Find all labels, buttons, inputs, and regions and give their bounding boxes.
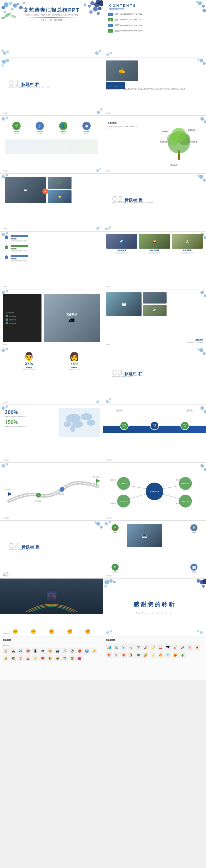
svg-point-141 [109,521,111,523]
svg-rect-103 [8,492,8,500]
s12-label: 02 标题二 [106,344,112,345]
resource-icon: 💰 [3,655,9,661]
slide-20: 💻 📦 观测标题 💡 观测标题 🔍 观测标题 📊 观测标题 [103,521,206,578]
svg-point-1 [1,6,5,9]
svg-point-36 [109,52,112,54]
slide-19: 0 4 标题栏 栏 you can add anything you want … [0,521,103,578]
s13-label: 03 标题三 [3,402,9,403]
feat-icon-4: 📊 观测标题 [185,564,203,573]
svg-point-139 [6,571,8,574]
svg-point-7 [19,6,23,9]
resource-panel-2: 图标素材2 🏄 🚴 ⛷️ 🤸 🏋️ 🎻 🎺 🥁 🎹 🎸 🎤 🌸 🌻 🍄 🐘 🦊 … [103,636,206,680]
resource-icon: ✈️ [17,648,24,654]
s20-label: 04 标题四 [106,575,112,577]
svg-point-98 [70,425,75,432]
circles-diagram: SUBTITLE SUBTITLE SUBTITLE SUBTITLE SUBT… [109,469,200,514]
thankyou-subtext: Thank you for the attention [125,612,184,614]
svg-point-30 [203,9,206,12]
resource-icon: 🤸 [128,644,134,651]
timeline-item-3: 观测标题 在此输入您的文字内容在此输入 [5,255,98,261]
resource-icon: 🎸 [172,644,178,651]
svg-point-29 [196,1,198,3]
step-3: Step03 观测标题 [180,421,189,432]
world-map [58,408,100,437]
s16-label: 03 标题三 [106,459,112,461]
roadmap-diagram: ✓ ✓ 观测标题 观测标题 观测标题 观测标题 [3,469,100,510]
svg-point-86 [199,348,203,352]
svg-point-70 [199,175,203,179]
resource-icon: 🦊 [120,652,127,658]
svg-point-90 [109,398,111,400]
svg-text:SUBTITLE: SUBTITLE [181,483,190,485]
svg-point-101 [1,464,5,468]
s12-flowers [188,289,206,303]
svg-point-6 [3,11,6,13]
svg-point-19 [89,10,93,14]
svg-marker-110 [97,479,100,483]
svg-point-44 [197,58,200,61]
s7-flowers-br [86,224,101,230]
s15-label: 03 标题三 [3,459,9,461]
feat-icon-3: 🔍 观测标题 [106,564,124,573]
svg-point-81 [200,290,204,294]
resource-icon: 🎨 [47,648,53,654]
svg-point-25 [95,51,99,55]
resource-icon: 🥁 [157,644,164,651]
s11-label: 02 标题二 [3,344,9,345]
resource-icon: 🏄 [106,644,112,651]
svg-point-143 [109,579,113,583]
svg-point-85 [96,400,99,403]
svg-point-88 [197,348,200,350]
slide-21: 🌆 ✊ ✊ ✊ ✊ ✊ 04 标题四 [0,578,103,636]
resource-icon: 🐘 [113,652,120,658]
svg-text:观测标题: 观测标题 [176,502,182,504]
svg-point-136 [100,526,103,529]
resource-icon: ⛷️ [120,644,127,651]
svg-point-135 [96,522,100,526]
slide-14: 0 3 标题栏 栏 you can add anything you want … [103,347,206,405]
svg-point-28 [202,5,205,8]
contents-heading: CONTENTS [109,4,136,7]
resource-icon: 🎯 [25,648,31,654]
svg-point-71 [203,179,206,182]
feat-icon-1: 📦 观测标题 [106,524,124,533]
svg-point-37 [2,60,6,64]
svg-point-78 [204,236,206,239]
svg-point-42 [200,59,203,62]
svg-point-82 [204,294,206,297]
s10-label: 02 标题二 [106,286,112,287]
resource-icon: 🚗 [10,648,17,654]
svg-text:观测标题: 观测标题 [188,129,195,131]
svg-point-45 [1,117,5,121]
svg-point-72 [197,174,200,177]
thankyou-text: 感谢您的聆听 [125,600,184,609]
resource-icon: 💎 [164,652,171,658]
slide-8: 0 2 标题栏 栏 you can add anything you want … [103,174,206,231]
svg-point-100 [204,410,206,413]
resource-icon: 💻 [40,648,46,654]
svg-point-94 [81,413,93,420]
svg-text:观测标题: 观测标题 [110,479,116,481]
s3-desc: you can add anything you want to telling… [9,86,50,88]
svg-point-55 [172,128,186,143]
svg-point-3 [13,3,17,8]
svg-point-32 [110,9,111,10]
resource-icon: 🌻 [194,644,200,651]
slide-9: 观测标题 在此输入您的文字内容在此输入 观测标题 在此输入您的文字内容在此输入 [0,231,103,289]
svg-point-50 [204,120,206,123]
svg-point-137 [94,521,97,524]
resource-icon: 🎪 [25,655,31,661]
person-2: 👩 XX% 观测标题 在此输入您的文字内容 [68,352,80,370]
city-arch [22,596,81,614]
s3-label: 01 标题一 [3,113,9,114]
content-item-2: 02 标题二 ADD DIRECTORY AND TITLE [108,18,201,22]
s6-label: 01 标题一 [106,170,112,172]
resource-title-1: 图标素材 [3,639,100,643]
svg-point-87 [203,352,206,355]
s5-flowers-br [86,166,101,172]
s3-flowers-br [82,104,103,115]
s18-label: 03 标题三 [106,517,112,519]
svg-point-144 [104,585,107,588]
resource-icon: 🐧 [128,652,134,658]
slide-10: 🌊 单生活标题 在此输入您的文字内容 🌄 单生活标题 在此输入您的文字内容 🏞 … [103,231,206,289]
